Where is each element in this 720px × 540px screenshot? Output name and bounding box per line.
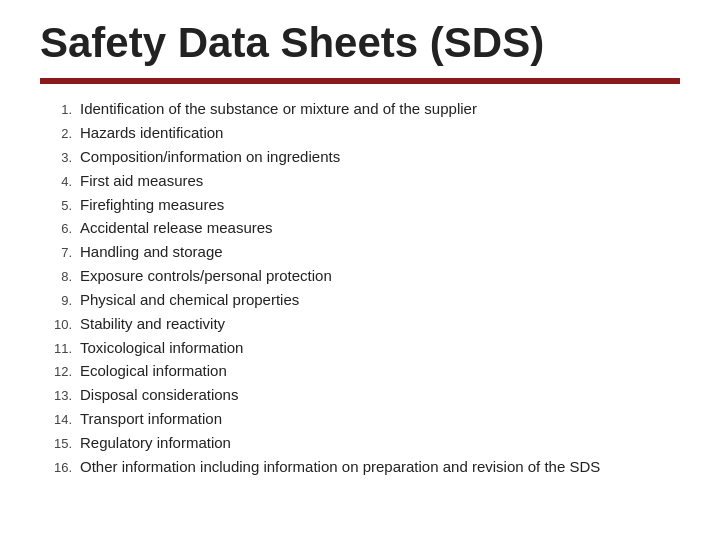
item-number: 4. [50, 173, 80, 192]
item-number: 9. [50, 292, 80, 311]
sds-list: 1.Identification of the substance or mix… [40, 98, 680, 478]
item-number: 8. [50, 268, 80, 287]
list-item: 5.Firefighting measures [50, 194, 680, 216]
item-number: 16. [50, 459, 80, 478]
list-item: 12.Ecological information [50, 360, 680, 382]
item-text: Toxicological information [80, 337, 243, 359]
list-item: 9.Physical and chemical properties [50, 289, 680, 311]
item-number: 5. [50, 197, 80, 216]
list-item: 11.Toxicological information [50, 337, 680, 359]
item-number: 3. [50, 149, 80, 168]
item-text: Exposure controls/personal protection [80, 265, 332, 287]
list-item: 14.Transport information [50, 408, 680, 430]
item-text: First aid measures [80, 170, 203, 192]
item-number: 2. [50, 125, 80, 144]
list-item: 6.Accidental release measures [50, 217, 680, 239]
list-item: 1.Identification of the substance or mix… [50, 98, 680, 120]
item-text: Accidental release measures [80, 217, 273, 239]
item-text: Transport information [80, 408, 222, 430]
list-item: 16.Other information including informati… [50, 456, 680, 478]
item-text: Hazards identification [80, 122, 223, 144]
item-number: 15. [50, 435, 80, 454]
item-number: 7. [50, 244, 80, 263]
item-text: Stability and reactivity [80, 313, 225, 335]
list-item: 2.Hazards identification [50, 122, 680, 144]
item-text: Handling and storage [80, 241, 223, 263]
item-number: 11. [50, 340, 80, 359]
item-number: 6. [50, 220, 80, 239]
item-text: Physical and chemical properties [80, 289, 299, 311]
page: Safety Data Sheets (SDS) 1.Identificatio… [0, 0, 720, 540]
item-number: 13. [50, 387, 80, 406]
list-item: 7.Handling and storage [50, 241, 680, 263]
accent-bar [40, 78, 680, 84]
item-text: Ecological information [80, 360, 227, 382]
item-number: 1. [50, 101, 80, 120]
item-text: Other information including information … [80, 456, 600, 478]
list-item: 15.Regulatory information [50, 432, 680, 454]
item-text: Identification of the substance or mixtu… [80, 98, 477, 120]
list-item: 13.Disposal considerations [50, 384, 680, 406]
item-number: 10. [50, 316, 80, 335]
list-item: 3.Composition/information on ingredients [50, 146, 680, 168]
item-text: Regulatory information [80, 432, 231, 454]
page-title: Safety Data Sheets (SDS) [40, 20, 680, 66]
item-number: 12. [50, 363, 80, 382]
item-text: Composition/information on ingredients [80, 146, 340, 168]
list-item: 4.First aid measures [50, 170, 680, 192]
list-item: 8.Exposure controls/personal protection [50, 265, 680, 287]
item-text: Firefighting measures [80, 194, 224, 216]
list-item: 10.Stability and reactivity [50, 313, 680, 335]
item-text: Disposal considerations [80, 384, 238, 406]
item-number: 14. [50, 411, 80, 430]
